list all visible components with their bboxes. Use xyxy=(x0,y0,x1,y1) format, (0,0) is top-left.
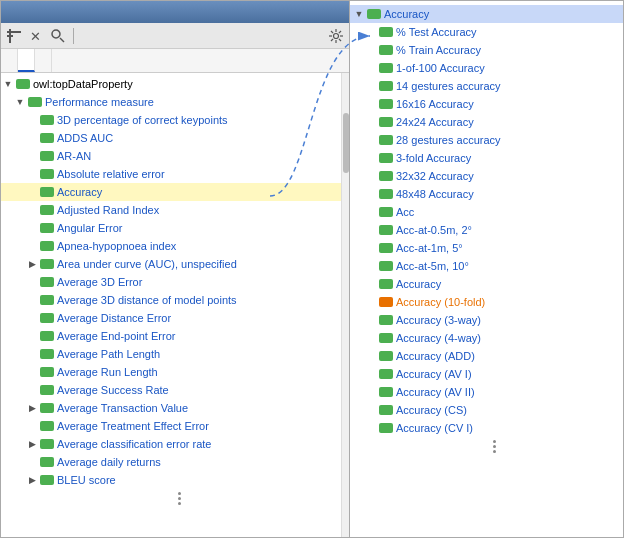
prop-icon xyxy=(379,387,393,397)
tree-item[interactable]: AR-AN xyxy=(1,147,341,165)
right-tree-item[interactable]: Accuracy (10-fold) xyxy=(350,293,623,311)
toggle-icon[interactable]: ▶ xyxy=(27,475,37,485)
dot xyxy=(493,440,496,443)
tree-item[interactable]: ▶ Average Transaction Value xyxy=(1,399,341,417)
prop-icon xyxy=(40,457,54,467)
scrollbar[interactable] xyxy=(341,73,349,537)
right-tree-item[interactable]: Accuracy (ADD) xyxy=(350,347,623,365)
tab-annotation-properties[interactable] xyxy=(35,49,52,72)
prop-icon xyxy=(379,117,393,127)
right-tree-item[interactable]: Accuracy (AV I) xyxy=(350,365,623,383)
right-tree-item[interactable]: 48x48 Accuracy xyxy=(350,185,623,203)
toggle-placeholder xyxy=(27,241,37,251)
right-tree-item[interactable]: Accuracy (3-way) xyxy=(350,311,623,329)
tree-item[interactable]: ▼ Performance measure xyxy=(1,93,341,111)
item-label: Average classification error rate xyxy=(57,438,211,450)
right-tree-item[interactable]: Accuracy (AV II) xyxy=(350,383,623,401)
toggle-icon[interactable]: ▼ xyxy=(15,97,25,107)
right-tree-item[interactable]: Accuracy (CS) xyxy=(350,401,623,419)
right-tree-item[interactable]: Accuracy xyxy=(350,275,623,293)
prop-icon xyxy=(16,79,30,89)
right-tree-item[interactable]: 14 gestures accuracy xyxy=(350,77,623,95)
tree-item[interactable]: Average 3D Error xyxy=(1,273,341,291)
item-label: Accuracy (AV II) xyxy=(396,386,475,398)
tree-item[interactable]: ▶ Area under curve (AUC), unspecified xyxy=(1,255,341,273)
prop-icon xyxy=(40,475,54,485)
add-icon[interactable] xyxy=(5,27,23,45)
tree-item[interactable]: Apnea-hypopnoea index xyxy=(1,237,341,255)
toggle-icon[interactable]: ▶ xyxy=(27,259,37,269)
right-tree-item[interactable]: 3-fold Accuracy xyxy=(350,149,623,167)
prop-icon xyxy=(367,9,381,19)
toggle-icon[interactable]: ▼ xyxy=(354,9,364,19)
toggle-placeholder xyxy=(27,169,37,179)
item-label: Average 3D distance of model points xyxy=(57,294,237,306)
scroll-thumb[interactable] xyxy=(343,113,349,173)
toggle-placeholder xyxy=(27,277,37,287)
item-label: Average Treatment Effect Error xyxy=(57,420,209,432)
right-tree-item[interactable]: 16x16 Accuracy xyxy=(350,95,623,113)
tree-item[interactable]: Average Treatment Effect Error xyxy=(1,417,341,435)
right-tree-item[interactable]: Acc xyxy=(350,203,623,221)
tree-item[interactable]: 3D percentage of correct keypoints xyxy=(1,111,341,129)
left-tree[interactable]: ▼ owl:topDataProperty ▼ Performance meas… xyxy=(1,73,341,537)
tab-object-properties[interactable] xyxy=(1,49,18,72)
prop-icon xyxy=(40,133,54,143)
prop-icon xyxy=(379,369,393,379)
toggle-placeholder xyxy=(366,189,376,199)
item-label: Average End-point Error xyxy=(57,330,175,342)
remove-icon[interactable]: ✕ xyxy=(27,27,45,45)
right-tree-item[interactable]: Acc-at-5m, 10° xyxy=(350,257,623,275)
right-tree-item[interactable]: ▼ Accuracy xyxy=(350,5,623,23)
tree-item[interactable]: Average End-point Error xyxy=(1,327,341,345)
tab-data-properties[interactable] xyxy=(18,49,35,72)
right-tree[interactable]: ▼ Accuracy % Test Accuracy % Train Accur… xyxy=(350,1,623,537)
tree-item[interactable]: Angular Error xyxy=(1,219,341,237)
tree-item[interactable]: Accuracy xyxy=(1,183,341,201)
tree-item[interactable]: Average Run Length xyxy=(1,363,341,381)
item-label: % Train Accuracy xyxy=(396,44,481,56)
tree-item[interactable]: Average daily returns xyxy=(1,453,341,471)
toggle-placeholder xyxy=(366,153,376,163)
right-tree-item[interactable]: Accuracy (CV I) xyxy=(350,419,623,437)
toolbar-separator xyxy=(73,28,74,44)
dot xyxy=(178,492,181,495)
right-tree-item[interactable]: 32x32 Accuracy xyxy=(350,167,623,185)
item-label: 14 gestures accuracy xyxy=(396,80,501,92)
right-tree-item[interactable]: 24x24 Accuracy xyxy=(350,113,623,131)
right-tree-item[interactable]: % Test Accuracy xyxy=(350,23,623,41)
toggle-placeholder xyxy=(27,457,37,467)
tree-item[interactable]: ▶ BLEU score xyxy=(1,471,341,489)
tree-item[interactable]: Average 3D distance of model points xyxy=(1,291,341,309)
tree-item[interactable]: Adjusted Rand Index xyxy=(1,201,341,219)
svg-rect-1 xyxy=(7,31,21,33)
settings-icon[interactable] xyxy=(327,27,345,45)
right-tree-item[interactable]: Acc-at-0.5m, 2° xyxy=(350,221,623,239)
right-tree-item[interactable]: 28 gestures accuracy xyxy=(350,131,623,149)
right-tree-item[interactable]: % Train Accuracy xyxy=(350,41,623,59)
item-label: 3-fold Accuracy xyxy=(396,152,471,164)
toggle-placeholder xyxy=(27,385,37,395)
prop-icon xyxy=(40,187,54,197)
item-label: Acc-at-1m, 5° xyxy=(396,242,463,254)
toggle-placeholder xyxy=(366,27,376,37)
tree-item[interactable]: Absolute relative error xyxy=(1,165,341,183)
toggle-icon[interactable]: ▶ xyxy=(27,439,37,449)
expand-icon[interactable]: ▼ xyxy=(3,79,13,89)
tree-item[interactable]: Average Distance Error xyxy=(1,309,341,327)
tree-item[interactable]: ▶ Average classification error rate xyxy=(1,435,341,453)
prop-icon xyxy=(40,439,54,449)
right-tree-item[interactable]: Acc-at-1m, 5° xyxy=(350,239,623,257)
tree-item[interactable]: Average Success Rate xyxy=(1,381,341,399)
toggle-icon[interactable]: ▶ xyxy=(27,403,37,413)
tree-item[interactable]: Average Path Length xyxy=(1,345,341,363)
toggle-placeholder xyxy=(27,313,37,323)
right-tree-item[interactable]: 1-of-100 Accuracy xyxy=(350,59,623,77)
prop-icon xyxy=(40,205,54,215)
tree-item[interactable]: ADDS AUC xyxy=(1,129,341,147)
right-tree-item[interactable]: Accuracy (4-way) xyxy=(350,329,623,347)
tree-item[interactable]: ▼ owl:topDataProperty xyxy=(1,75,341,93)
prop-icon xyxy=(379,315,393,325)
search-icon[interactable] xyxy=(49,27,67,45)
item-label: Accuracy (10-fold) xyxy=(396,296,485,308)
